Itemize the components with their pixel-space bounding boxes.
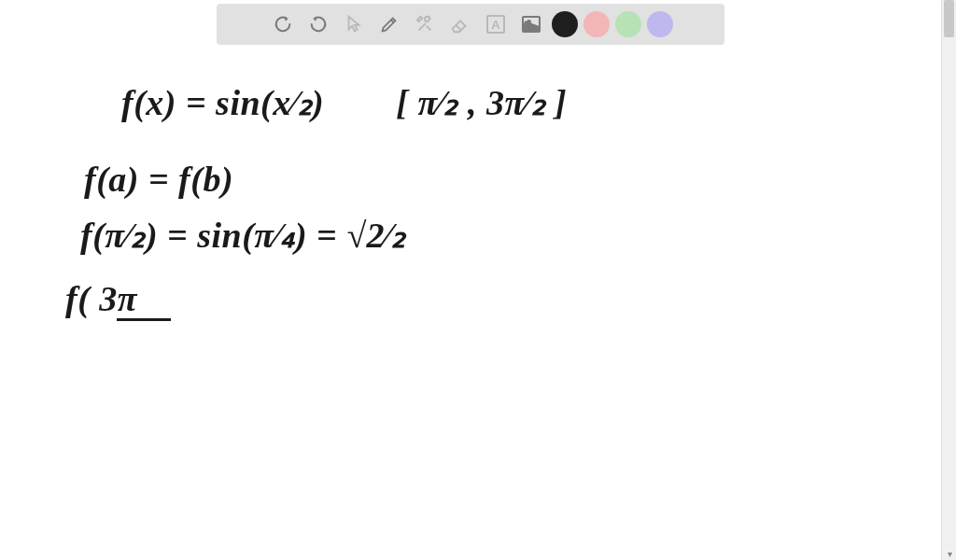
handwritten-line-1: f(x) = sin(x⁄₂) [ π⁄₂ , 3π⁄₂ ] — [121, 82, 567, 123]
color-black[interactable] — [552, 11, 578, 37]
scrollbar-thumb[interactable] — [944, 0, 954, 37]
pointer-tool-button[interactable] — [339, 9, 369, 39]
textbox-icon: A — [486, 15, 505, 34]
image-tool-button[interactable] — [516, 9, 546, 39]
whiteboard-canvas[interactable]: f(x) = sin(x⁄₂) [ π⁄₂ , 3π⁄₂ ] f(a) = f(… — [0, 47, 941, 560]
redo-button[interactable] — [303, 9, 333, 39]
eraser-icon — [450, 14, 471, 35]
vertical-scrollbar[interactable]: ▴ ▾ — [941, 0, 956, 560]
drawing-toolbar: A — [217, 4, 724, 45]
pen-tool-button[interactable] — [374, 9, 404, 39]
handwritten-line-4: f( 3π — [65, 278, 137, 319]
undo-icon — [273, 14, 293, 35]
pen-icon — [379, 14, 400, 35]
tools-button[interactable] — [410, 9, 440, 39]
pointer-icon — [344, 14, 364, 35]
handwritten-line-3: f(π⁄₂) = sin(π⁄₄) = √2⁄₂ — [80, 215, 405, 256]
tools-icon — [415, 14, 435, 35]
undo-button[interactable] — [268, 9, 298, 39]
svg-line-0 — [456, 25, 461, 30]
eraser-tool-button[interactable] — [445, 9, 475, 39]
scroll-down-arrow[interactable]: ▾ — [945, 549, 954, 558]
color-pink[interactable] — [583, 11, 610, 37]
textbox-tool-button[interactable]: A — [481, 9, 511, 39]
image-icon — [522, 16, 541, 33]
handwritten-line-2: f(a) = f(b) — [84, 159, 233, 200]
redo-icon — [308, 14, 329, 35]
color-purple[interactable] — [647, 11, 673, 37]
color-green[interactable] — [615, 11, 641, 37]
